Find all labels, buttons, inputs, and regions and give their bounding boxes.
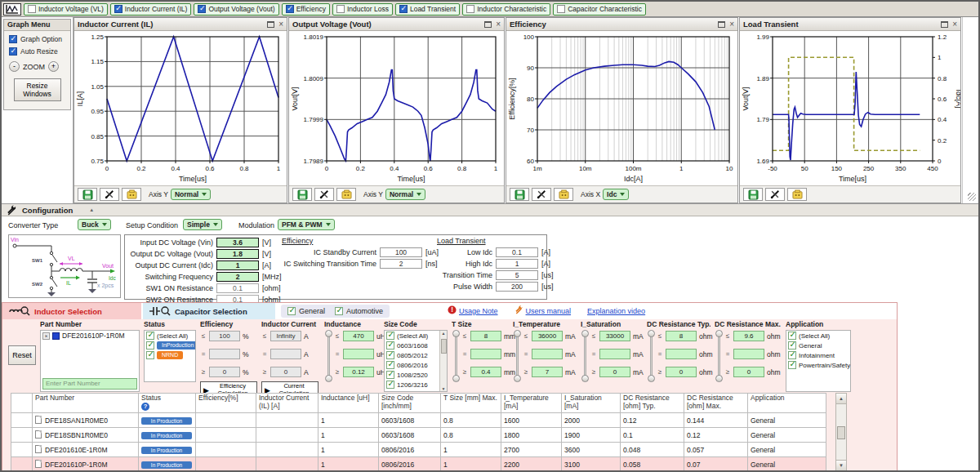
slider-knob-min[interactable] <box>514 375 521 382</box>
range-input-min[interactable]: 0 <box>270 367 301 377</box>
param-input-switching-frequency[interactable]: 2 <box>216 272 259 282</box>
scrollbar-thumb[interactable] <box>837 426 845 439</box>
datasheet-icon[interactable] <box>35 445 42 453</box>
checkbox-icon[interactable] <box>386 381 394 389</box>
range-input-eq[interactable] <box>733 349 764 359</box>
range-input-max[interactable]: 33000 <box>599 331 630 341</box>
slider-knob-min[interactable] <box>648 375 655 382</box>
table-row-dfe201610p-1r0m[interactable]: DFE201610P-1R0MIn Production10806/201612… <box>11 457 826 472</box>
axis-select[interactable]: Normal <box>171 189 211 200</box>
range-input-max[interactable]: 9.6 <box>733 331 764 341</box>
selected-part-chip[interactable]: ×DFE201610P-1R0M <box>41 331 139 341</box>
axis-select[interactable]: Normal <box>385 189 425 200</box>
zoom-in-button[interactable]: + <box>48 61 59 72</box>
filter-option-1008-2520[interactable]: 1008/2520 <box>385 370 447 380</box>
range-input-max[interactable]: Infinity <box>270 331 301 341</box>
datasheet-icon[interactable] <box>35 430 42 439</box>
range-input-eq[interactable] <box>343 349 374 359</box>
save-chart-button[interactable] <box>510 188 529 201</box>
slider-knob-min[interactable] <box>452 375 460 382</box>
range-slider[interactable] <box>581 330 590 382</box>
chart-tools-button[interactable] <box>100 188 119 201</box>
range-input-eq[interactable] <box>209 349 240 359</box>
range-input-max[interactable]: 470 <box>343 331 374 341</box>
column-header-efficiency[interactable]: Efficiency[%] <box>196 394 256 413</box>
part-number-input[interactable]: Enter Part Number <box>42 378 137 390</box>
range-input-max[interactable]: 8 <box>470 331 501 341</box>
resize-grip[interactable] <box>968 193 976 201</box>
close-icon[interactable]: × <box>729 21 734 28</box>
filter-option-general[interactable]: General <box>786 341 850 350</box>
load-transient-input-transition-time[interactable]: 5 <box>496 270 538 280</box>
column-header-application[interactable]: Application <box>748 394 826 413</box>
table-row-dfe201610e-1r0m[interactable]: DFE201610E-1R0MIn Production10806/201612… <box>11 443 826 457</box>
param-input-input-dc-voltage-vin[interactable]: 3.6 <box>216 238 259 247</box>
slider-knob-max[interactable] <box>715 330 723 337</box>
checkbox-icon[interactable] <box>287 307 296 315</box>
link-users-manual[interactable]: Users manual <box>514 305 572 316</box>
checkbox-icon[interactable] <box>114 5 122 13</box>
chart-tools-button[interactable] <box>532 188 551 201</box>
range-input-min[interactable]: 7 <box>532 367 563 377</box>
close-icon[interactable]: × <box>952 21 957 28</box>
slider-knob-max[interactable] <box>648 330 655 337</box>
save-chart-button[interactable] <box>743 188 763 201</box>
slider-knob-min[interactable] <box>325 375 332 382</box>
column-header-dc-resistance-ohm-max[interactable]: DC Resistance [ohm] Max. <box>684 394 748 413</box>
configuration-header[interactable]: Configuration ▲ <box>2 203 978 216</box>
checkbox-icon[interactable] <box>335 307 343 315</box>
checkbox-icon[interactable] <box>336 5 345 13</box>
range-slider[interactable] <box>452 330 461 382</box>
range-input-max[interactable]: 100 <box>209 331 240 341</box>
link-usage-note[interactable]: !Usage Note <box>448 305 498 316</box>
resize-windows-button[interactable]: Resize Windows <box>14 78 61 101</box>
range-input-min[interactable]: 0.4 <box>470 367 501 377</box>
filter-option-inproduction[interactable]: InProduction <box>145 341 195 350</box>
checkbox-icon[interactable] <box>557 5 565 13</box>
filter-option-nrnd[interactable]: NRND <box>145 350 195 360</box>
range-input-min[interactable]: 0 <box>599 367 630 377</box>
setup-condition-select[interactable]: Simple <box>183 219 222 230</box>
range-slider[interactable] <box>715 330 724 382</box>
table-scrollbar[interactable]: ▲ ▼ <box>835 393 847 471</box>
checkbox-icon[interactable] <box>386 351 394 359</box>
datasheet-icon[interactable] <box>35 416 42 424</box>
close-icon[interactable]: × <box>496 21 501 28</box>
export-image-button[interactable] <box>554 188 573 201</box>
load-transient-input-pulse-width[interactable]: 200 <box>496 282 538 292</box>
range-slider[interactable] <box>647 330 656 382</box>
chart-tools-button[interactable] <box>314 188 334 201</box>
filter-option-select-all[interactable]: (Select All) <box>385 331 447 341</box>
maximize-icon[interactable] <box>941 21 948 28</box>
tab-inductor-selection[interactable]: Inductor Selection <box>2 303 141 319</box>
checkbox-icon[interactable] <box>386 361 394 369</box>
checkbox-icon[interactable] <box>788 341 796 350</box>
filter-option-select-all[interactable]: (Select All) <box>786 331 850 341</box>
reset-button[interactable]: Reset <box>8 345 36 365</box>
checkbox-icon[interactable] <box>788 361 796 369</box>
column-header-t-size-mm-max[interactable]: T Size [mm] Max. <box>441 394 501 413</box>
toolbar-toggle-inductor-characteristic[interactable]: Inductor Characteristic <box>462 3 550 16</box>
toolbar-toggle-inductor-loss[interactable]: Inductor Loss <box>332 3 393 16</box>
chart-tools-button[interactable] <box>765 188 785 201</box>
param-input-sw1-on-resistance[interactable]: 0.1 <box>216 283 259 293</box>
scrollbar-thumb[interactable] <box>441 339 447 354</box>
table-row-dfe18sbn1r0me0[interactable]: DFE18SBN1R0ME0In Production10603/16080.8… <box>11 428 826 443</box>
slider-knob-min[interactable] <box>715 375 723 382</box>
toolbar-toggle-capacitor-characteristic[interactable]: Capacitor Characteristic <box>553 3 646 16</box>
load-transient-input-high-idc[interactable]: 1 <box>496 259 538 269</box>
checkbox-icon[interactable] <box>146 341 154 350</box>
save-chart-button[interactable] <box>78 188 97 201</box>
range-slider[interactable] <box>324 330 333 382</box>
checkbox-icon[interactable] <box>399 5 408 13</box>
range-input-max[interactable]: 36000 <box>532 331 563 341</box>
column-header-i-saturation-ma[interactable]: I_Saturation [mA] <box>562 394 621 413</box>
close-icon[interactable]: × <box>278 21 283 28</box>
category-checkbox-automotive[interactable]: Automotive <box>335 307 383 315</box>
filter-option-1206-3216[interactable]: 1206/3216 <box>385 380 447 390</box>
filter-option-infotainment[interactable]: Infotainment <box>786 350 850 360</box>
range-input-eq[interactable] <box>270 349 301 359</box>
load-transient-input-low-idc[interactable]: 0.1 <box>496 247 538 257</box>
checkbox-icon[interactable] <box>286 5 294 13</box>
toolbar-toggle-load-transient[interactable]: Load Transient <box>395 3 460 16</box>
